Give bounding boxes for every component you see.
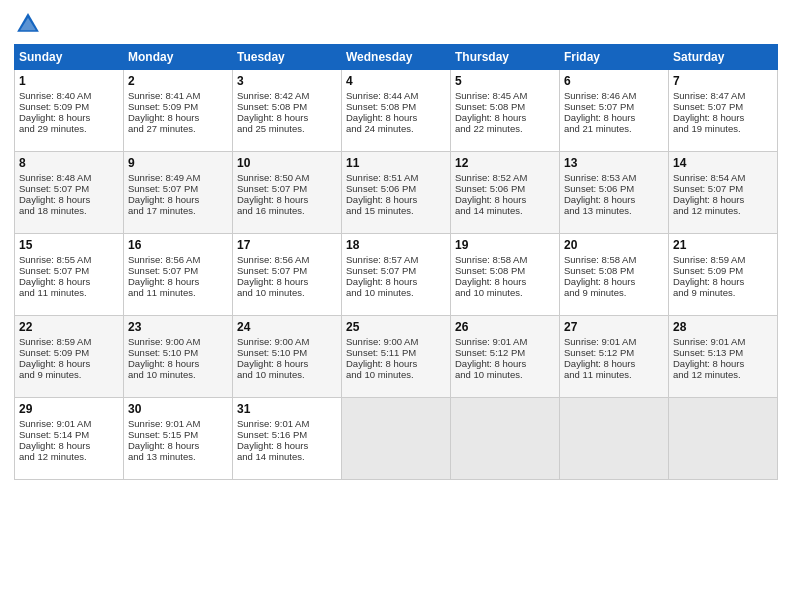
- day-info-line: and 10 minutes.: [455, 369, 555, 380]
- weekday-header-wednesday: Wednesday: [342, 45, 451, 70]
- day-info-line: Sunset: 5:11 PM: [346, 347, 446, 358]
- day-info-line: and 10 minutes.: [237, 287, 337, 298]
- day-number: 14: [673, 156, 773, 170]
- day-info-line: Sunset: 5:06 PM: [564, 183, 664, 194]
- calendar-week-3: 15Sunrise: 8:55 AMSunset: 5:07 PMDayligh…: [15, 234, 778, 316]
- calendar-cell: 16Sunrise: 8:56 AMSunset: 5:07 PMDayligh…: [124, 234, 233, 316]
- day-number: 24: [237, 320, 337, 334]
- day-info-line: and 14 minutes.: [237, 451, 337, 462]
- calendar-cell: 17Sunrise: 8:56 AMSunset: 5:07 PMDayligh…: [233, 234, 342, 316]
- day-info-line: and 9 minutes.: [564, 287, 664, 298]
- day-info-line: and 10 minutes.: [128, 369, 228, 380]
- calendar-cell: [342, 398, 451, 480]
- day-info-line: Daylight: 8 hours: [128, 440, 228, 451]
- weekday-header-sunday: Sunday: [15, 45, 124, 70]
- day-info-line: Sunset: 5:07 PM: [237, 265, 337, 276]
- day-info-line: Sunset: 5:08 PM: [564, 265, 664, 276]
- calendar-cell: 30Sunrise: 9:01 AMSunset: 5:15 PMDayligh…: [124, 398, 233, 480]
- day-number: 20: [564, 238, 664, 252]
- day-number: 16: [128, 238, 228, 252]
- day-info-line: Sunrise: 8:51 AM: [346, 172, 446, 183]
- calendar-cell: 3Sunrise: 8:42 AMSunset: 5:08 PMDaylight…: [233, 70, 342, 152]
- calendar-cell: 6Sunrise: 8:46 AMSunset: 5:07 PMDaylight…: [560, 70, 669, 152]
- weekday-header-saturday: Saturday: [669, 45, 778, 70]
- calendar-week-2: 8Sunrise: 8:48 AMSunset: 5:07 PMDaylight…: [15, 152, 778, 234]
- day-info-line: and 10 minutes.: [455, 287, 555, 298]
- day-info-line: Sunset: 5:14 PM: [19, 429, 119, 440]
- day-info-line: Sunrise: 9:01 AM: [564, 336, 664, 347]
- weekday-header-thursday: Thursday: [451, 45, 560, 70]
- day-info-line: Sunset: 5:07 PM: [673, 183, 773, 194]
- day-info-line: Daylight: 8 hours: [346, 358, 446, 369]
- day-info-line: Daylight: 8 hours: [128, 194, 228, 205]
- day-info-line: and 9 minutes.: [19, 369, 119, 380]
- day-info-line: Sunrise: 8:57 AM: [346, 254, 446, 265]
- day-info-line: Daylight: 8 hours: [19, 112, 119, 123]
- day-info-line: Sunrise: 8:42 AM: [237, 90, 337, 101]
- calendar-cell: 23Sunrise: 9:00 AMSunset: 5:10 PMDayligh…: [124, 316, 233, 398]
- calendar-cell: 12Sunrise: 8:52 AMSunset: 5:06 PMDayligh…: [451, 152, 560, 234]
- day-info-line: Sunset: 5:12 PM: [455, 347, 555, 358]
- day-number: 18: [346, 238, 446, 252]
- day-number: 29: [19, 402, 119, 416]
- day-info-line: Daylight: 8 hours: [19, 194, 119, 205]
- day-info-line: Sunrise: 8:55 AM: [19, 254, 119, 265]
- day-info-line: Sunset: 5:08 PM: [455, 101, 555, 112]
- day-info-line: Sunrise: 8:54 AM: [673, 172, 773, 183]
- day-info-line: and 13 minutes.: [128, 451, 228, 462]
- day-info-line: Daylight: 8 hours: [237, 112, 337, 123]
- day-number: 10: [237, 156, 337, 170]
- day-info-line: Sunset: 5:16 PM: [237, 429, 337, 440]
- day-info-line: and 18 minutes.: [19, 205, 119, 216]
- day-info-line: Daylight: 8 hours: [128, 276, 228, 287]
- weekday-header-tuesday: Tuesday: [233, 45, 342, 70]
- day-number: 27: [564, 320, 664, 334]
- day-info-line: Sunset: 5:07 PM: [564, 101, 664, 112]
- day-number: 15: [19, 238, 119, 252]
- day-info-line: Sunset: 5:15 PM: [128, 429, 228, 440]
- day-info-line: Sunset: 5:07 PM: [237, 183, 337, 194]
- calendar-cell: [560, 398, 669, 480]
- day-info-line: Sunset: 5:06 PM: [346, 183, 446, 194]
- day-info-line: and 16 minutes.: [237, 205, 337, 216]
- day-number: 5: [455, 74, 555, 88]
- day-info-line: Sunrise: 9:00 AM: [128, 336, 228, 347]
- day-info-line: Daylight: 8 hours: [19, 440, 119, 451]
- day-info-line: and 12 minutes.: [673, 205, 773, 216]
- calendar-cell: 22Sunrise: 8:59 AMSunset: 5:09 PMDayligh…: [15, 316, 124, 398]
- day-info-line: Sunset: 5:09 PM: [128, 101, 228, 112]
- calendar-table: SundayMondayTuesdayWednesdayThursdayFrid…: [14, 44, 778, 480]
- day-number: 30: [128, 402, 228, 416]
- day-info-line: Sunrise: 8:58 AM: [455, 254, 555, 265]
- day-info-line: Daylight: 8 hours: [346, 194, 446, 205]
- day-info-line: Daylight: 8 hours: [237, 358, 337, 369]
- day-number: 23: [128, 320, 228, 334]
- day-number: 22: [19, 320, 119, 334]
- day-info-line: Sunset: 5:07 PM: [128, 265, 228, 276]
- day-info-line: and 9 minutes.: [673, 287, 773, 298]
- calendar-cell: 24Sunrise: 9:00 AMSunset: 5:10 PMDayligh…: [233, 316, 342, 398]
- day-info-line: Daylight: 8 hours: [128, 358, 228, 369]
- page-container: SundayMondayTuesdayWednesdayThursdayFrid…: [0, 0, 792, 486]
- day-info-line: and 13 minutes.: [564, 205, 664, 216]
- day-number: 1: [19, 74, 119, 88]
- day-info-line: Daylight: 8 hours: [237, 440, 337, 451]
- day-info-line: and 14 minutes.: [455, 205, 555, 216]
- calendar-cell: 7Sunrise: 8:47 AMSunset: 5:07 PMDaylight…: [669, 70, 778, 152]
- calendar-cell: 27Sunrise: 9:01 AMSunset: 5:12 PMDayligh…: [560, 316, 669, 398]
- day-number: 28: [673, 320, 773, 334]
- calendar-cell: 15Sunrise: 8:55 AMSunset: 5:07 PMDayligh…: [15, 234, 124, 316]
- day-info-line: Sunrise: 9:00 AM: [346, 336, 446, 347]
- day-info-line: and 10 minutes.: [346, 369, 446, 380]
- day-info-line: Daylight: 8 hours: [673, 112, 773, 123]
- day-info-line: Sunrise: 8:56 AM: [237, 254, 337, 265]
- calendar-cell: 31Sunrise: 9:01 AMSunset: 5:16 PMDayligh…: [233, 398, 342, 480]
- day-number: 12: [455, 156, 555, 170]
- day-info-line: Sunrise: 8:50 AM: [237, 172, 337, 183]
- day-info-line: Daylight: 8 hours: [19, 276, 119, 287]
- day-info-line: Daylight: 8 hours: [564, 358, 664, 369]
- day-info-line: and 17 minutes.: [128, 205, 228, 216]
- day-info-line: Sunrise: 8:58 AM: [564, 254, 664, 265]
- calendar-cell: 10Sunrise: 8:50 AMSunset: 5:07 PMDayligh…: [233, 152, 342, 234]
- day-info-line: Sunset: 5:13 PM: [673, 347, 773, 358]
